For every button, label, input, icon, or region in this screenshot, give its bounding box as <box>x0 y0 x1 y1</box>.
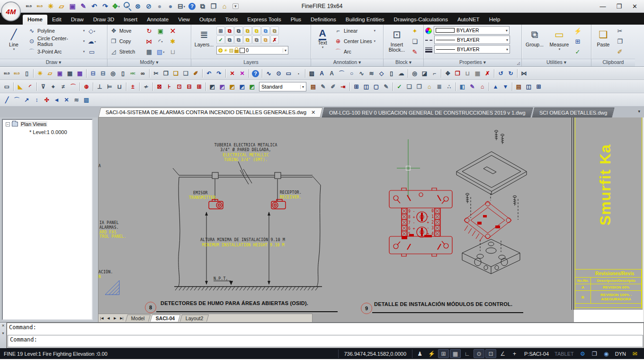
fine-levels-icon[interactable]: ≋ <box>72 95 81 105</box>
page-setup-icon[interactable]: ▯ <box>118 69 128 79</box>
search-drawing-icon[interactable]: ◎ <box>108 69 118 79</box>
new-drawing-icon[interactable]: ✳ <box>45 1 56 11</box>
fine-line-icon[interactable]: ╱ <box>2 95 12 105</box>
tab-draw-3d[interactable]: Draw 3D <box>89 15 119 25</box>
layer-lock-icon[interactable]: ⧉ <box>243 27 252 35</box>
linetype-combo[interactable]: BYLAYER ▾ <box>434 36 510 44</box>
doc-tab-overflow-icon[interactable]: ▾ <box>638 109 640 114</box>
save-file-icon[interactable]: ▣ <box>55 69 65 79</box>
layer-thaw-icon[interactable]: ⧉ <box>261 36 270 44</box>
tab-edit[interactable]: Edit <box>47 15 66 25</box>
line-button[interactable]: ╱ Line ▾ <box>1 26 26 59</box>
sphere-shaded-icon[interactable]: ● <box>154 1 165 11</box>
layer-freeze-icon[interactable]: ⧉ <box>261 27 270 35</box>
level-up-icon[interactable]: ▲ <box>491 82 501 92</box>
layout-tab-layout2[interactable]: Layout2 <box>180 315 209 322</box>
dim-tolerance-icon[interactable]: ± <box>128 82 138 92</box>
unlock-ref-icon[interactable]: ⊔ <box>463 69 473 79</box>
print-2-icon[interactable]: ⊟ <box>88 69 98 79</box>
undo-2-icon[interactable]: ↶ <box>204 69 214 79</box>
select-similar-button[interactable]: ▧▾ <box>155 46 166 57</box>
command-input[interactable]: Command: <box>8 335 643 348</box>
command-dropdown-icon[interactable]: ▾ <box>2 332 4 335</box>
circle-center-radius-button[interactable]: ⊙ Circle Center-Radius ▾ <box>27 36 86 46</box>
redo-2-icon[interactable]: ↷ <box>214 69 224 79</box>
group-button[interactable]: ⧉ Group... <box>523 26 546 59</box>
tab-annotate[interactable]: Annotate <box>142 15 173 25</box>
layout-nav-3-icon[interactable]: ▶ <box>112 316 118 320</box>
ellipse-tool-icon[interactable]: ○ <box>347 69 357 79</box>
tab-insert[interactable]: Insert <box>119 15 142 25</box>
save-drawing-icon[interactable]: ▣ <box>67 1 78 11</box>
level-down-icon[interactable]: ▼ <box>501 82 510 92</box>
pipe-tool-icon[interactable]: ⌐ <box>429 69 439 79</box>
text-single-icon[interactable]: A <box>327 69 337 79</box>
bld-insert-icon[interactable]: BLD <box>2 69 12 79</box>
zoom-previous-icon[interactable]: ⊘ <box>143 1 154 11</box>
explode-button[interactable]: ✱ <box>168 36 178 46</box>
dim-edit-2-icon[interactable]: ◩ <box>217 82 227 92</box>
point-tool-icon[interactable]: ▪ <box>294 69 304 79</box>
insert-block-button[interactable]: ⊡ Insert Block... <box>385 26 409 59</box>
paste-button[interactable]: ❏ Paste <box>593 26 614 59</box>
dim-linear-button[interactable]: ⌐Linear▾ <box>333 26 376 36</box>
donut-tool-icon[interactable]: ◎ <box>410 69 420 79</box>
document-tab-3[interactable]: SCI OMEGA DETALLES.dwg <box>532 108 615 117</box>
tab-close-icon[interactable]: ✕ <box>311 109 315 115</box>
move-button[interactable]: ✥Move <box>109 26 143 36</box>
panel-label-block[interactable]: Block ▾ <box>384 59 423 66</box>
zoom-window-icon[interactable]: ⊗ <box>133 1 143 11</box>
tab-plus[interactable]: Plus <box>286 15 306 25</box>
undo-icon[interactable]: ↶ <box>89 1 99 11</box>
save-as-icon[interactable]: ✎ <box>78 1 89 11</box>
snap-lightning-icon[interactable]: ⚡ <box>426 349 437 358</box>
tree-expander-icon[interactable]: − <box>6 122 10 126</box>
layout-tab-model[interactable]: Model <box>125 315 151 322</box>
new-file-icon[interactable]: ✳ <box>35 69 45 79</box>
mtext-icon[interactable]: A <box>317 69 327 79</box>
fine-updown-icon[interactable]: ↕ <box>32 95 42 105</box>
window-cascade-icon[interactable]: ❐ <box>208 1 219 11</box>
layer-previous-icon[interactable]: ⧉ <box>225 36 234 44</box>
tab-express-tools[interactable]: Express Tools <box>242 15 286 25</box>
dim-node-icon[interactable]: ⊡ <box>174 82 184 92</box>
bldg-check-icon[interactable]: ✓ <box>394 82 404 92</box>
circle-tool-icon[interactable]: ⊙ <box>274 69 284 79</box>
center-mark-icon[interactable]: ⊕ <box>81 82 91 92</box>
hatch-tool-icon[interactable]: ▨ <box>307 69 317 79</box>
layer-copy-icon[interactable]: ⧉ <box>234 36 243 44</box>
layout-preview-icon[interactable]: ⧉ <box>197 1 208 11</box>
tab-view[interactable]: View <box>173 15 195 25</box>
dim-symbol-icon[interactable]: ⊟ <box>184 82 194 92</box>
help-icon[interactable]: ? <box>188 3 196 10</box>
tray-mail-icon[interactable]: ✉ <box>629 349 640 358</box>
print-preview-icon[interactable]: ⊟ <box>98 69 108 79</box>
tab-drawings-calculations[interactable]: Drawings-Calculations <box>389 15 453 25</box>
stretch-button[interactable]: ◿Stretch <box>109 46 143 57</box>
copy-clip-icon[interactable]: ❐ <box>161 69 171 79</box>
pan-icon[interactable]: ✥▾ <box>111 1 121 11</box>
layer-unlock-icon[interactable]: ⧉ <box>243 36 252 44</box>
layers-manager-button[interactable]: ≣ Layers... <box>193 26 215 59</box>
document-tab-1[interactable]: SACI-04-SISTEMA DE ALARMAS CONTRA INCEND… <box>98 108 322 117</box>
dim-break-icon[interactable]: ≁ <box>141 82 151 92</box>
measure-button[interactable]: ▭ Measure ▾ <box>547 26 572 59</box>
wall-2-icon[interactable]: ▤ <box>514 82 524 92</box>
mirror-button[interactable]: ⋈ <box>144 36 154 46</box>
arc-tool-icon[interactable]: ⌒ <box>337 69 347 79</box>
color-combo[interactable]: BYLAYER ▾ <box>434 26 510 35</box>
dim-edit-4-icon[interactable]: ◩ <box>237 82 247 92</box>
redo-icon[interactable]: ↷ <box>100 1 110 11</box>
layout-nav-1-icon[interactable]: |◀ <box>98 316 105 320</box>
layer-combo[interactable]: ☀ ▨ 0 ▾ <box>216 46 288 54</box>
lineweight-combo[interactable]: BYLAYER ▾ <box>434 45 510 54</box>
render-home-icon[interactable]: ⌂ <box>219 1 230 11</box>
panel-label-modify[interactable]: Modify ▾ <box>107 59 191 66</box>
cut-button[interactable]: ✂ <box>615 26 625 36</box>
app-logo-icon[interactable]: 4M <box>1 1 21 21</box>
view-home-icon[interactable]: ⌂ <box>477 82 487 92</box>
dim-update-icon[interactable]: ⊔ <box>115 82 125 92</box>
tablet-button[interactable]: TABLET <box>552 351 576 357</box>
print-icon[interactable]: ⊟▾ <box>176 1 187 11</box>
open-drawing-icon[interactable]: ▱ <box>56 1 67 11</box>
